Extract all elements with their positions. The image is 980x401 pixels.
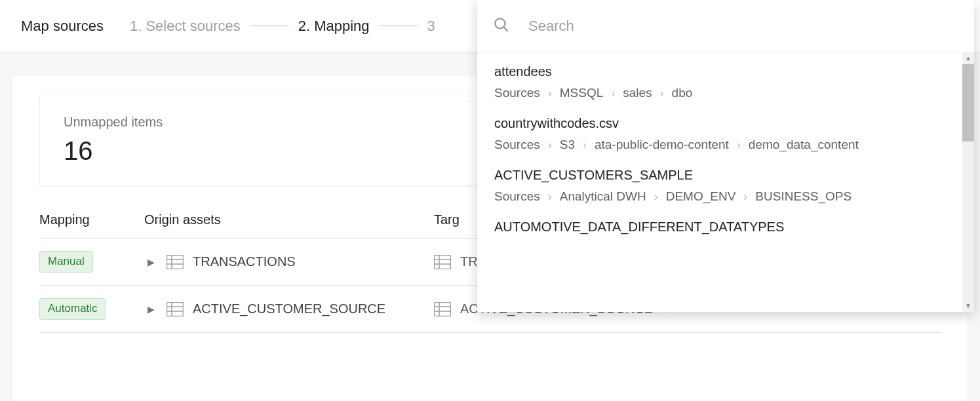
- step-1[interactable]: 1. Select sources: [130, 18, 241, 35]
- scroll-up-icon[interactable]: ▲: [962, 52, 974, 64]
- search-results: attendees Sources› MSSQL› sales› dbo cou…: [477, 52, 974, 312]
- search-bar: [477, 0, 974, 52]
- search-result-item[interactable]: AUTOMOTIVE_DATA_DIFFERENT_DATATYPES: [494, 220, 957, 235]
- search-result-item[interactable]: attendees Sources› MSSQL› sales› dbo: [494, 64, 957, 100]
- step-3[interactable]: 3: [427, 18, 435, 35]
- step-divider: [250, 26, 289, 26]
- step-divider: [379, 26, 418, 26]
- chevron-right-icon: ›: [548, 190, 552, 204]
- result-title: attendees: [494, 64, 957, 79]
- svg-rect-4: [435, 255, 451, 269]
- unmapped-card: Unmapped items 16: [39, 96, 485, 186]
- unmapped-label: Unmapped items: [64, 115, 461, 130]
- result-title: countrywithcodes.csv: [494, 116, 957, 131]
- table-icon: [167, 302, 184, 316]
- search-dropdown: attendees Sources› MSSQL› sales› dbo cou…: [477, 0, 974, 312]
- result-path: Sources› S3› ata-public-demo-content› de…: [494, 138, 957, 152]
- scroll-down-icon[interactable]: ▼: [962, 300, 974, 312]
- chevron-right-icon: ›: [583, 138, 587, 152]
- step-2[interactable]: 2. Mapping: [298, 18, 370, 35]
- page-title: Map sources: [21, 18, 104, 35]
- expand-row-icon[interactable]: ▶: [144, 257, 157, 267]
- svg-rect-12: [435, 302, 451, 316]
- chevron-right-icon: ›: [737, 138, 741, 152]
- svg-line-17: [503, 27, 507, 31]
- search-result-item[interactable]: ACTIVE_CUSTOMERS_SAMPLE Sources› Analyti…: [494, 168, 957, 204]
- search-icon: [493, 16, 510, 36]
- search-result-item[interactable]: countrywithcodes.csv Sources› S3› ata-pu…: [494, 116, 957, 152]
- scroll-thumb[interactable]: [962, 64, 974, 142]
- result-path: Sources› Analytical DWH› DEMO_ENV› BUSIN…: [494, 189, 957, 204]
- origin-asset-name: ACTIVE_CUSTOMER_SOURCE: [193, 301, 385, 316]
- table-icon: [167, 255, 184, 269]
- svg-rect-0: [167, 255, 184, 269]
- result-path: Sources› MSSQL› sales› dbo: [494, 86, 957, 100]
- svg-rect-8: [167, 302, 184, 316]
- result-title: ACTIVE_CUSTOMERS_SAMPLE: [494, 168, 957, 183]
- origin-asset-name: TRANSACTIONS: [193, 254, 296, 269]
- unmapped-value: 16: [64, 136, 461, 166]
- chevron-right-icon: ›: [611, 86, 615, 100]
- mapping-badge: Manual: [39, 251, 93, 272]
- result-title: AUTOMOTIVE_DATA_DIFFERENT_DATATYPES: [494, 220, 957, 235]
- chevron-right-icon: ›: [660, 86, 664, 100]
- table-icon: [434, 255, 451, 269]
- chevron-right-icon: ›: [743, 190, 747, 204]
- th-origin: Origin assets: [144, 212, 434, 227]
- stepper: 1. Select sources 2. Mapping 3: [130, 18, 435, 35]
- scrollbar[interactable]: ▲ ▼: [962, 52, 974, 312]
- expand-row-icon[interactable]: ▶: [144, 304, 157, 315]
- chevron-right-icon: ›: [548, 138, 552, 152]
- search-input[interactable]: [528, 18, 958, 35]
- chevron-right-icon: ›: [654, 190, 658, 204]
- mapping-badge: Automatic: [39, 298, 106, 319]
- table-icon: [434, 302, 451, 316]
- chevron-right-icon: ›: [548, 86, 552, 100]
- th-mapping: Mapping: [39, 212, 144, 227]
- svg-point-16: [495, 18, 505, 28]
